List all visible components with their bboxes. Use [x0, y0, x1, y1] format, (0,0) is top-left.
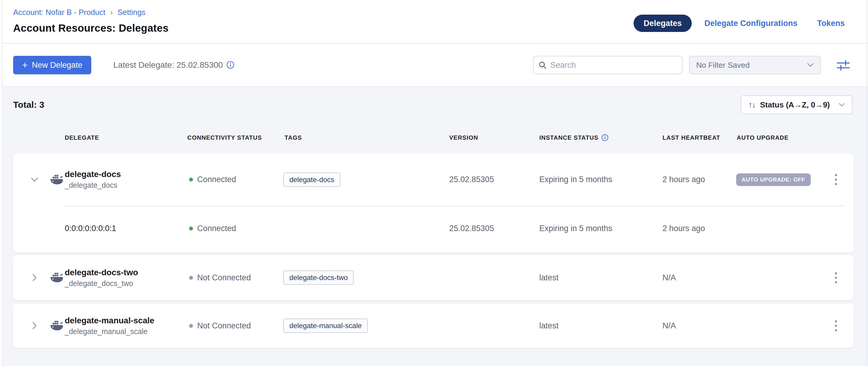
column-header-auto-upgrade: AUTO UPGRADE — [737, 129, 789, 147]
breadcrumb: Account: Nofar B - Product › Settings — [13, 8, 146, 17]
tab-delegate-configurations[interactable]: Delegate Configurations — [704, 19, 797, 28]
column-header-connectivity: CONNECTIVITY STATUS — [187, 129, 262, 147]
delegate-name: delegate-docs-two — [65, 268, 138, 277]
plus-icon: + — [22, 60, 28, 70]
left-edge-divider — [0, 0, 3, 366]
docker-icon — [50, 153, 64, 206]
table-row[interactable]: delegate-manual-scale _delegate_manual_s… — [13, 304, 854, 348]
connectivity-status: Connected — [189, 206, 236, 251]
last-heartbeat-cell: 2 hours ago — [662, 206, 705, 251]
delegates-page: Account: Nofar B - Product › Settings Ac… — [0, 0, 868, 366]
docker-icon — [50, 255, 64, 300]
delegate-name: delegate-docs — [65, 170, 121, 179]
not-connected-dot-icon — [189, 324, 193, 328]
delegate-name-cell: delegate-manual-scale _delegate_manual_s… — [65, 304, 154, 348]
connectivity-label: Not Connected — [197, 321, 251, 331]
breadcrumb-settings-link[interactable]: Settings — [118, 8, 146, 17]
instance-status-cell: Expiring in 5 months — [539, 153, 612, 206]
chevron-down-icon[interactable] — [28, 173, 41, 186]
delegate-id: _delegate_manual_scale — [65, 327, 148, 336]
delegate-id: _delegate_docs — [65, 181, 118, 190]
tag-chip: delegate-docs-two — [283, 271, 354, 285]
filter-sliders-icon[interactable] — [835, 57, 851, 74]
latest-delegate-label: Latest Delegate: 25.02.85300 — [113, 60, 223, 70]
last-heartbeat-cell: N/A — [662, 255, 676, 300]
breadcrumb-separator-icon: › — [110, 8, 113, 17]
table-row[interactable]: delegate-docs _delegate_docs Connected d… — [13, 153, 854, 206]
delegate-card: delegate-docs-two _delegate_docs_two Not… — [13, 255, 854, 300]
instance-status-cell: latest — [539, 304, 559, 348]
saved-filter-select[interactable]: No Filter Saved — [689, 56, 821, 74]
version-cell: 25.02.85305 — [449, 153, 494, 206]
connectivity-status: Connected — [189, 153, 236, 206]
last-heartbeat-cell: N/A — [662, 304, 676, 348]
search-box — [533, 56, 682, 74]
search-icon — [538, 61, 547, 69]
delegate-card: delegate-docs _delegate_docs Connected d… — [13, 153, 854, 253]
connectivity-status: Not Connected — [189, 304, 251, 348]
last-heartbeat-cell: 2 hours ago — [662, 153, 705, 206]
total-count: Total: 3 — [13, 100, 44, 110]
instance-status-cell: Expiring in 5 months — [539, 206, 612, 251]
tag-chip: delegate-docs — [283, 173, 340, 187]
not-connected-dot-icon — [189, 276, 193, 280]
connectivity-label: Not Connected — [197, 273, 251, 282]
new-delegate-label: New Delegate — [32, 61, 83, 70]
connectivity-status: Not Connected — [189, 255, 251, 300]
chevron-right-icon[interactable] — [28, 319, 41, 332]
table-header-row: DELEGATE CONNECTIVITY STATUS TAGS VERSIO… — [0, 129, 868, 147]
instance-status-header-label: INSTANCE STATUS — [539, 129, 598, 147]
kebab-menu-icon[interactable] — [833, 318, 839, 334]
chevron-down-icon — [839, 103, 845, 107]
delegate-id: _delegate_docs_two — [65, 279, 133, 288]
info-icon[interactable] — [601, 134, 609, 141]
chevron-down-icon — [807, 63, 814, 67]
breadcrumb-account-link[interactable]: Account: Nofar B - Product — [13, 8, 105, 17]
delegate-card: delegate-manual-scale _delegate_manual_s… — [13, 304, 854, 348]
kebab-menu-icon[interactable] — [833, 270, 839, 286]
info-icon[interactable] — [226, 61, 235, 69]
column-header-last-heartbeat: LAST HEARTBEAT — [662, 129, 720, 147]
column-header-tags: TAGS — [285, 129, 302, 147]
delegate-name: delegate-manual-scale — [65, 316, 154, 326]
connected-dot-icon — [189, 178, 193, 181]
tab-tokens[interactable]: Tokens — [817, 19, 845, 28]
column-header-instance-status: INSTANCE STATUS — [539, 129, 609, 147]
instance-status-cell: latest — [539, 255, 559, 300]
new-delegate-button[interactable]: + New Delegate — [13, 56, 91, 74]
saved-filter-value: No Filter Saved — [696, 61, 750, 70]
kebab-menu-icon[interactable] — [833, 172, 839, 188]
latest-delegate-info: Latest Delegate: 25.02.85300 — [113, 44, 235, 86]
tag-chip: delegate-manual-scale — [283, 318, 368, 333]
tab-delegates[interactable]: Delegates — [633, 15, 692, 32]
chevron-right-icon[interactable] — [28, 271, 41, 284]
toolbar: + New Delegate Latest Delegate: 25.02.85… — [0, 44, 868, 87]
resource-tabs: Delegates Delegate Configurations Tokens — [633, 14, 845, 32]
delegates-list-section: Total: 3 ↑↓ Status (A→Z, 0→9) DELEGATE C… — [0, 87, 868, 366]
summary-row: Total: 3 ↑↓ Status (A→Z, 0→9) — [13, 95, 852, 114]
connectivity-label: Connected — [197, 224, 236, 233]
version-cell: 25.02.85305 — [449, 206, 494, 251]
column-header-version: VERSION — [449, 129, 478, 147]
page-header: Account: Nofar B - Product › Settings Ac… — [0, 0, 868, 44]
table-row[interactable]: delegate-docs-two _delegate_docs_two Not… — [13, 255, 854, 300]
search-input[interactable] — [550, 61, 677, 70]
docker-icon — [50, 304, 64, 348]
delegate-name-cell: delegate-docs _delegate_docs — [65, 153, 121, 206]
right-edge-divider — [867, 0, 867, 366]
auto-upgrade-badge: AUTO UPGRADE: OFF — [736, 173, 811, 186]
delegate-instance-row[interactable]: 0:0:0:0:0:0:0:1 Connected 25.02.85305 Ex… — [13, 206, 854, 251]
delegate-name-cell: delegate-docs-two _delegate_docs_two — [65, 255, 138, 300]
connected-dot-icon — [189, 227, 193, 230]
sort-dropdown[interactable]: ↑↓ Status (A→Z, 0→9) — [741, 95, 852, 114]
tags-cell: delegate-manual-scale — [283, 304, 368, 348]
sort-arrows-icon: ↑↓ — [748, 100, 755, 110]
connectivity-label: Connected — [197, 175, 236, 184]
tags-cell: delegate-docs-two — [283, 255, 354, 300]
sort-selected-value: Status (A→Z, 0→9) — [760, 100, 834, 110]
page-title: Account Resources: Delegates — [13, 22, 168, 34]
instance-host: 0:0:0:0:0:0:0:1 — [65, 206, 116, 251]
column-header-delegate: DELEGATE — [65, 129, 99, 147]
tags-cell: delegate-docs — [283, 153, 340, 206]
